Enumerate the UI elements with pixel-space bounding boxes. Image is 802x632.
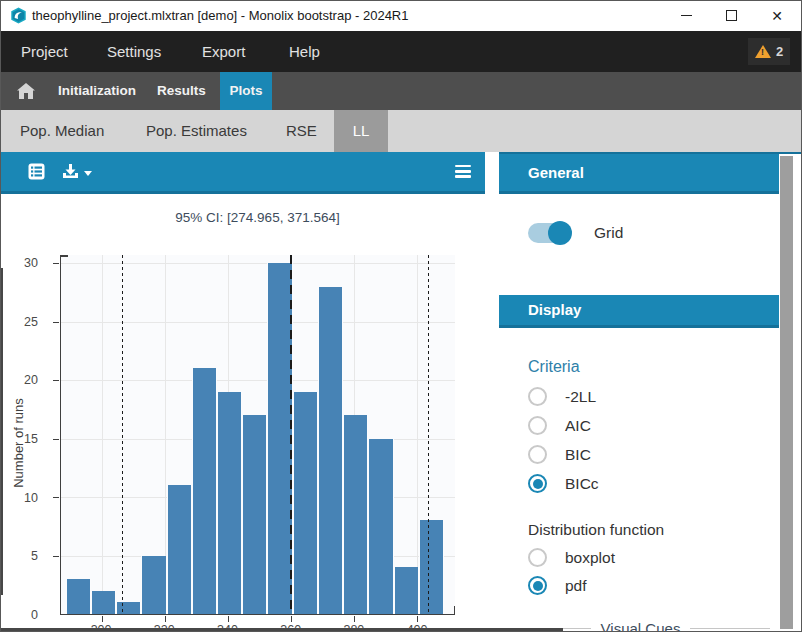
y-gridline	[61, 322, 455, 323]
window-title: theophylline_project.mlxtran [demo] - Mo…	[32, 0, 408, 31]
general-section-header[interactable]: General	[499, 154, 779, 194]
y-tick-label: 10	[24, 491, 38, 505]
download-caret-icon[interactable]	[84, 171, 92, 176]
settings-sidebar: General Grid Display Criteria -2LL AIC B…	[499, 152, 802, 632]
chart-title: 95% CI: [274.965, 371.564]	[60, 210, 455, 225]
tab-initialization[interactable]: Initialization	[58, 72, 136, 110]
radio-row-boxplot[interactable]: boxplot	[528, 547, 615, 568]
radio-boxplot-label: boxplot	[565, 549, 615, 567]
tab-plots-active[interactable]: Plots	[220, 72, 272, 110]
radio-bicc-label: BICc	[565, 475, 599, 493]
close-icon: ✕	[771, 9, 783, 23]
radio-2ll-label: -2LL	[565, 388, 596, 406]
menu-export[interactable]: Export	[202, 31, 245, 72]
distribution-group-label: Distribution function	[528, 521, 664, 539]
histogram-bar	[419, 520, 444, 614]
histogram-bar	[293, 392, 318, 614]
visual-cues-label: Visual Cues	[601, 620, 681, 632]
histogram-bar	[368, 439, 393, 614]
y-tick-mark	[53, 439, 59, 440]
y-tick-mark	[53, 322, 59, 323]
criteria-group-label: Criteria	[528, 358, 580, 376]
bottom-scrollbar-thumb[interactable]	[0, 628, 563, 632]
warning-triangle-icon	[755, 45, 771, 58]
plot-menu-icon[interactable]	[455, 165, 471, 178]
tab-results[interactable]: Results	[157, 72, 206, 110]
subtab-pop-median[interactable]: Pop. Median	[20, 110, 104, 152]
title-bar: theophylline_project.mlxtran [demo] - Mo…	[0, 0, 802, 31]
plot-area	[60, 255, 455, 615]
subtab-rse[interactable]: RSE	[286, 110, 317, 152]
monolix-window: theophylline_project.mlxtran [demo] - Mo…	[0, 0, 802, 632]
x-axis-end-cap	[454, 606, 456, 614]
radio-row-2ll[interactable]: -2LL	[528, 386, 596, 407]
plot-sub-tabs: Pop. Median Pop. Estimates RSE LL	[0, 110, 802, 152]
y-tick-label: 0	[31, 608, 38, 622]
radio-row-bic[interactable]: BIC	[528, 444, 591, 465]
left-scrollbar-thumb[interactable]	[0, 268, 3, 595]
radio-boxplot[interactable]	[528, 548, 547, 567]
subtab-pop-estimates[interactable]: Pop. Estimates	[146, 110, 247, 152]
display-section-header[interactable]: Display	[499, 295, 779, 328]
y-tick-label: 20	[24, 373, 38, 387]
radio-row-aic[interactable]: AIC	[528, 415, 591, 436]
y-tick-mark	[53, 556, 59, 557]
divider-line	[690, 628, 770, 629]
histogram-bar	[91, 591, 116, 614]
radio-bic[interactable]	[528, 445, 547, 464]
minimize-icon	[681, 15, 692, 16]
maximize-icon	[726, 10, 737, 21]
histogram-bar	[242, 415, 267, 614]
y-tick-mark	[53, 497, 59, 498]
home-icon	[17, 83, 35, 99]
y-tick-mark	[53, 263, 59, 264]
y-axis-tick-labels: 051015202530	[0, 255, 50, 615]
menu-project[interactable]: Project	[21, 31, 68, 72]
chart-panel: 95% CI: [274.965, 371.564] Number of run…	[0, 152, 485, 632]
y-tick-mark	[53, 380, 59, 381]
warnings-badge[interactable]: 2	[748, 38, 790, 65]
y-axis-end-cap	[60, 255, 68, 257]
x-tick-mark	[228, 616, 229, 622]
grid-toggle-row: Grid	[528, 221, 623, 245]
maximize-button[interactable]	[711, 0, 751, 31]
y-gridline	[61, 380, 455, 381]
radio-pdf-selected[interactable]	[528, 576, 547, 595]
download-icon[interactable]	[62, 163, 79, 180]
x-gridline	[102, 255, 103, 614]
histogram-bar	[192, 368, 217, 614]
radio-aic[interactable]	[528, 416, 547, 435]
warning-count: 2	[776, 44, 783, 59]
menu-help[interactable]: Help	[289, 31, 320, 72]
home-button[interactable]	[8, 72, 44, 110]
histogram-bar	[343, 415, 368, 614]
radio-bicc-selected[interactable]	[528, 474, 547, 493]
x-tick-mark	[291, 616, 292, 622]
close-button[interactable]: ✕	[757, 0, 797, 31]
radio-row-pdf[interactable]: pdf	[528, 575, 587, 596]
histogram-bar	[217, 392, 242, 614]
minimize-button[interactable]	[666, 0, 706, 31]
histogram-bar	[66, 579, 91, 614]
radio-2ll[interactable]	[528, 387, 547, 406]
x-tick-mark	[354, 616, 355, 622]
histogram-bar	[116, 602, 141, 614]
radio-pdf-label: pdf	[565, 577, 587, 595]
radio-bic-label: BIC	[565, 446, 591, 464]
radio-row-bicc[interactable]: BICc	[528, 473, 599, 494]
x-tick-mark	[165, 616, 166, 622]
results-table-icon[interactable]	[28, 163, 45, 180]
grid-toggle[interactable]	[528, 223, 570, 243]
y-tick-label: 5	[31, 549, 38, 563]
ci-dashed-line	[122, 255, 123, 614]
sidebar-scrollbar[interactable]	[780, 156, 793, 629]
subtab-ll-active[interactable]: LL	[334, 110, 388, 152]
histogram-bar	[318, 287, 343, 614]
menu-settings[interactable]: Settings	[107, 31, 161, 72]
grid-label: Grid	[594, 224, 623, 242]
median-dashed-line	[290, 255, 292, 614]
x-tick-mark	[102, 616, 103, 622]
y-tick-label: 15	[24, 432, 38, 446]
y-gridline	[61, 263, 455, 264]
y-tick-label: 30	[24, 256, 38, 270]
